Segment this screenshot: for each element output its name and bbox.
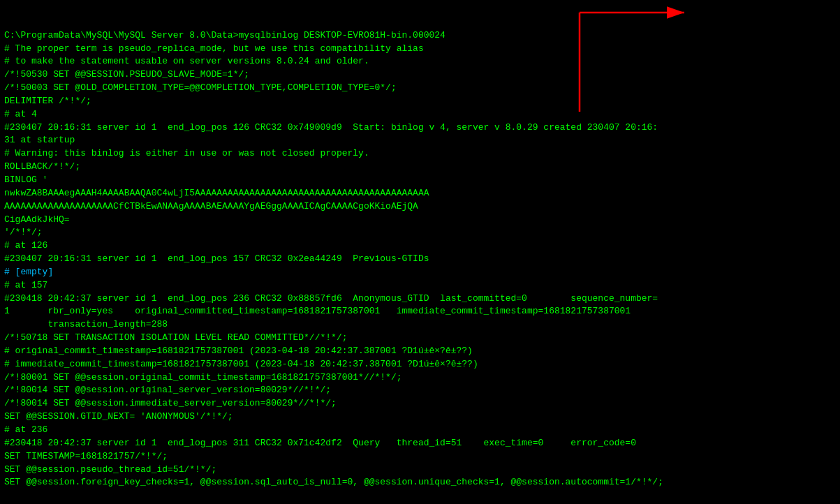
terminal-line: # original_commit_timestamp=168182175738…: [4, 345, 836, 358]
terminal-line: # at 4: [4, 108, 836, 121]
terminal-line: 1 rbr_only=yes original_committed_timest…: [4, 305, 836, 318]
terminal-line: SET @@session.foreign_key_checks=1, @@se…: [4, 476, 836, 489]
terminal-window: C:\ProgramData\MySQL\MySQL Server 8.0\Da…: [0, 0, 840, 504]
terminal-line: #230418 20:42:37 server id 1 end_log_pos…: [4, 437, 836, 450]
terminal-line: transaction_length=288: [4, 318, 836, 332]
terminal-line: # at 236: [4, 424, 836, 437]
terminal-line: 31 at startup: [4, 134, 836, 147]
terminal-line: BINLOG ': [4, 174, 836, 187]
terminal-line: DELIMITER /*!*/;: [4, 95, 836, 108]
terminal-line: # to make the statement usable on server…: [4, 55, 836, 68]
terminal-line: AAAAAAAAAAAAAAAAAAAACfCTBkEwANAAgAAAABAE…: [4, 200, 836, 214]
terminal-line: SET TIMESTAMP=1681821757/*!*/;: [4, 450, 836, 464]
terminal-line: SET @@SESSION.GTID_NEXT= 'ANONYMOUS'/*!*…: [4, 410, 836, 424]
terminal-line: /*!50530 SET @@SESSION.PSEUDO_SLAVE_MODE…: [4, 68, 836, 82]
terminal-line: nwkwZA8BAAAegAAAH4AAAABAAQA0C4wLjI5AAAAA…: [4, 187, 836, 200]
terminal-line: /*!80001 SET @@session.original_commit_t…: [4, 371, 836, 385]
terminal-line: # [empty]: [4, 266, 836, 279]
terminal-line: /*!50718 SET TRANSACTION ISOLATION LEVEL…: [4, 332, 836, 345]
terminal-line: # The proper term is pseudo_replica_mode…: [4, 43, 836, 56]
terminal-line: /*!80014 SET @@session.original_server_v…: [4, 384, 836, 397]
terminal-line: '/*!*/;: [4, 226, 836, 239]
terminal-line: CigAAdkJkHQ=: [4, 214, 836, 227]
terminal-line: SET @@session.pseudo_thread_id=51/*!*/;: [4, 464, 836, 477]
terminal-line: # Warning: this binlog is either in use …: [4, 147, 836, 161]
terminal-line: ROLLBACK/*!*/;: [4, 161, 836, 174]
terminal-line: C:\ProgramData\MySQL\MySQL Server 8.0\Da…: [4, 29, 836, 43]
terminal-line: # at 126: [4, 239, 836, 253]
terminal-line: # at 157: [4, 279, 836, 292]
terminal-line: # immediate_commit_timestamp=16818217573…: [4, 358, 836, 371]
terminal-line: #230407 20:16:31 server id 1 end_log_pos…: [4, 253, 836, 266]
terminal-line: #230407 20:16:31 server id 1 end_log_pos…: [4, 121, 836, 135]
terminal-line: #230418 20:42:37 server id 1 end_log_pos…: [4, 292, 836, 306]
terminal-line: /*!50003 SET @OLD_COMPLETION_TYPE=@@COMP…: [4, 82, 836, 95]
terminal-line: /*!80014 SET @@session.immediate_server_…: [4, 397, 836, 410]
